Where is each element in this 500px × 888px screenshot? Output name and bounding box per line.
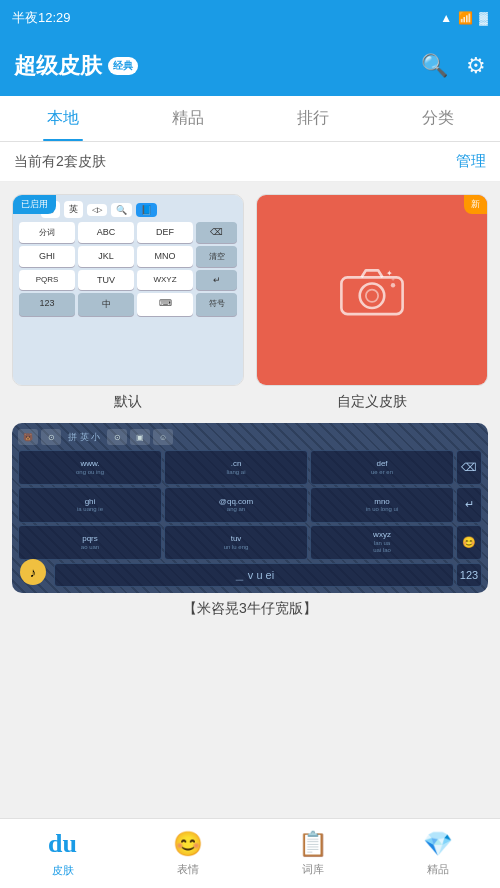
header-title-area: 超级皮肤 经典: [14, 51, 138, 81]
denim-key-7: pqrs ao uan: [18, 525, 162, 560]
svg-point-2: [366, 290, 378, 302]
skin-item-default[interactable]: 已启用 拼 英 ◁▷ 🔍 📘 分词 ABC DEF ⌫: [12, 194, 244, 411]
denim-del-btn: ⌫: [456, 450, 482, 485]
status-time: 半夜12:29: [12, 9, 71, 27]
skin-nav-icon: du: [48, 829, 77, 859]
denim-row-1: www. ong ou ing .cn liang ai def ue er e…: [18, 450, 482, 485]
content-header: 当前有2套皮肤 管理: [0, 142, 500, 182]
denim-bottom-key1: ＿ v u ei: [54, 563, 454, 587]
kb-key-123: 123: [19, 293, 75, 316]
denim-music-btn: ♪: [20, 559, 46, 585]
denim-bottom: ＿ v u ei 123: [18, 563, 482, 587]
denim-emoji-btn: 😊: [456, 525, 482, 560]
denim-key-9: wxyz lan ua uai lao: [310, 525, 454, 560]
enabled-badge: 已启用: [13, 195, 56, 214]
skin-card-default: 已启用 拼 英 ◁▷ 🔍 📘 分词 ABC DEF ⌫: [12, 194, 244, 386]
kb-key-clear: 清空: [196, 246, 237, 267]
premium-nav-label: 精品: [427, 862, 449, 877]
skin-grid: 已启用 拼 英 ◁▷ 🔍 📘 分词 ABC DEF ⌫: [0, 182, 500, 423]
kb-key-abc: ABC: [78, 222, 134, 243]
skin-label-custom: 自定义皮肤: [337, 393, 407, 411]
denim-key-2: .cn liang ai: [164, 450, 308, 485]
keyboard-preview: 已启用 拼 英 ◁▷ 🔍 📘 分词 ABC DEF ⌫: [13, 195, 243, 385]
kb-key-kbd: ⌨: [137, 293, 193, 316]
denim-card: 🐻 ⊙ 拼 英 小 ⊙ ▣ ☺ www. ong ou ing: [12, 423, 488, 593]
signal-icon: ▲: [440, 11, 452, 25]
denim-skin-area: 🐻 ⊙ 拼 英 小 ⊙ ▣ ☺ www. ong ou ing: [0, 423, 500, 630]
skin-card-custom: 新 ✦ +: [256, 194, 488, 386]
skin-item-denim[interactable]: 🐻 ⊙ 拼 英 小 ⊙ ▣ ☺ www. ong ou ing: [12, 423, 488, 618]
denim-inner: 🐻 ⊙ 拼 英 小 ⊙ ▣ ☺ www. ong ou ing: [12, 423, 488, 593]
kb-row-2: GHI JKL MNO 清空: [19, 246, 237, 267]
skin-item-custom[interactable]: 新 ✦ + 自定义皮肤: [256, 194, 488, 411]
kb-key-ghi: GHI: [19, 246, 75, 267]
denim-icon4: ☺: [153, 429, 173, 445]
emoji-nav-icon: 😊: [173, 830, 203, 858]
denim-icon3: ▣: [130, 429, 150, 445]
kb-key-def: DEF: [137, 222, 193, 243]
kb-key-pqrs: PQRS: [19, 270, 75, 290]
skin-label-denim: 【米咨晃3牛仔宽版】: [183, 600, 317, 618]
denim-bear-icon: 🐻: [18, 429, 38, 445]
kb-top-arrows: ◁▷: [87, 204, 107, 216]
wifi-icon: 📶: [458, 11, 473, 25]
app-header: 超级皮肤 经典 🔍 ⚙: [0, 36, 500, 96]
denim-key-8: tuv un lu eng: [164, 525, 308, 560]
classic-badge: 经典: [108, 57, 138, 75]
header-icons: 🔍 ⚙: [421, 53, 486, 79]
camera-preview: 新 ✦ +: [257, 195, 487, 385]
manage-button[interactable]: 管理: [456, 152, 486, 171]
kb-row-3: PQRS TUV WXYZ ↵: [19, 270, 237, 290]
denim-key-5: @qq.com ang an: [164, 487, 308, 522]
kb-row-4: 123 中 ⌨ 符号: [19, 293, 237, 316]
kb-top-book: 📘: [136, 203, 157, 217]
kb-key-wxyz: WXYZ: [137, 270, 193, 290]
kb-key-zh: 中: [78, 293, 134, 316]
main-content: 当前有2套皮肤 管理 已启用 拼 英 ◁▷ 🔍 📘 分: [0, 142, 500, 818]
kb-key-enter: ↵: [196, 270, 237, 290]
kb-key-del: ⌫: [196, 222, 237, 243]
search-icon[interactable]: 🔍: [421, 53, 448, 79]
svg-text:+: +: [391, 275, 395, 282]
svg-point-3: [391, 283, 395, 287]
denim-top-bar: 🐻 ⊙ 拼 英 小 ⊙ ▣ ☺: [18, 429, 482, 445]
premium-nav-icon: 💎: [423, 830, 453, 858]
dict-nav-label: 词库: [302, 862, 324, 877]
nav-item-premium[interactable]: 💎 精品: [375, 819, 500, 888]
tab-rank[interactable]: 排行: [250, 96, 375, 141]
nav-item-dict[interactable]: 📋 词库: [250, 819, 375, 888]
camera-icon: ✦ +: [337, 260, 407, 320]
tab-quality[interactable]: 精品: [125, 96, 250, 141]
bottom-nav: du 皮肤 😊 表情 📋 词库 💎 精品: [0, 818, 500, 888]
dict-nav-icon: 📋: [298, 830, 328, 858]
kb-row-1: 分词 ABC DEF ⌫: [19, 222, 237, 243]
denim-row-2: ghi ia uang ie @qq.com ang an mno in uo …: [18, 487, 482, 522]
app-title: 超级皮肤: [14, 51, 102, 81]
denim-key-4: ghi ia uang ie: [18, 487, 162, 522]
denim-pinyin: 拼 英 小: [64, 430, 104, 445]
nav-item-skin[interactable]: du 皮肤: [0, 819, 125, 888]
status-icons: ▲ 📶 ▓: [440, 11, 488, 25]
svg-point-1: [360, 283, 385, 308]
kb-top-bar: 拼 英 ◁▷ 🔍 📘: [41, 201, 237, 218]
kb-key-mno: MNO: [137, 246, 193, 267]
skin-count: 当前有2套皮肤: [14, 153, 106, 171]
kb-rows: 分词 ABC DEF ⌫ GHI JKL MNO 清空 PQRS: [19, 222, 237, 316]
battery-icon: ▓: [479, 11, 488, 25]
settings-icon[interactable]: ⚙: [466, 53, 486, 79]
tab-category[interactable]: 分类: [375, 96, 500, 141]
status-bar: 半夜12:29 ▲ 📶 ▓: [0, 0, 500, 36]
kb-key-tuv: TUV: [78, 270, 134, 290]
denim-key-1: www. ong ou ing: [18, 450, 162, 485]
kb-key-symbol: 符号: [196, 293, 237, 316]
skin-nav-label: 皮肤: [52, 863, 74, 878]
kb-top-en: 英: [64, 201, 83, 218]
nav-item-emoji[interactable]: 😊 表情: [125, 819, 250, 888]
denim-rows: www. ong ou ing .cn liang ai def ue er e…: [18, 450, 482, 560]
denim-bottom-btn: 123: [456, 563, 482, 587]
kb-key-fenci: 分词: [19, 222, 75, 243]
denim-settings2: ⊙: [107, 429, 127, 445]
denim-row-3: pqrs ao uan tuv un lu eng wxyz lan ua ua…: [18, 525, 482, 560]
tab-local[interactable]: 本地: [0, 96, 125, 141]
tab-bar: 本地 精品 排行 分类: [0, 96, 500, 142]
